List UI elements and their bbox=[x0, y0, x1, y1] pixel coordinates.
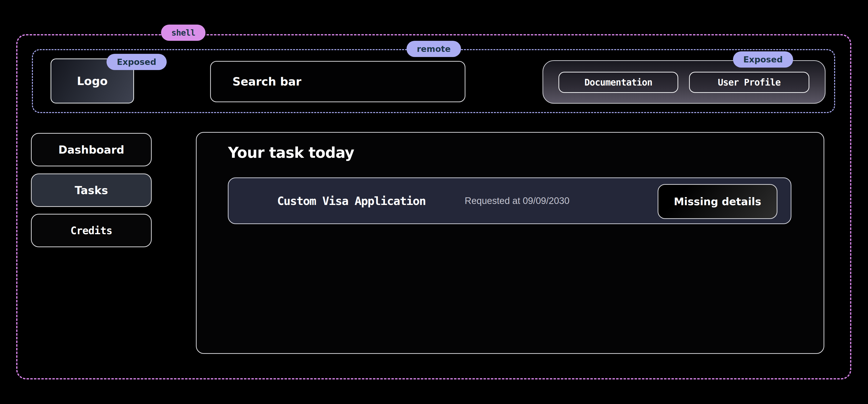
task-requested-date: Requested at 09/09/2030 bbox=[465, 178, 569, 223]
page-title: Your task today bbox=[228, 144, 354, 161]
sidebar-item-tasks[interactable]: Tasks bbox=[31, 173, 152, 207]
search-input[interactable]: Search bar bbox=[210, 61, 465, 102]
task-name: Custom Visa Application bbox=[277, 178, 426, 223]
documentation-button[interactable]: Documentation bbox=[558, 72, 678, 93]
exposed-badge-logo: Exposed bbox=[106, 54, 167, 70]
main-panel: Your task today Custom Visa Application … bbox=[196, 132, 824, 354]
remote-badge: remote bbox=[406, 41, 461, 57]
sidebar-item-dashboard[interactable]: Dashboard bbox=[31, 133, 152, 166]
exposed-badge-nav: Exposed bbox=[733, 51, 793, 67]
user-profile-button[interactable]: User Profile bbox=[689, 72, 809, 93]
task-row[interactable]: Custom Visa Application Requested at 09/… bbox=[228, 177, 792, 224]
sidebar-item-credits[interactable]: Credits bbox=[31, 214, 152, 247]
shell-badge: shell bbox=[161, 25, 206, 41]
missing-details-button[interactable]: Missing details bbox=[658, 184, 777, 219]
app-canvas: shell remote Logo Exposed Search bar Doc… bbox=[0, 0, 868, 404]
